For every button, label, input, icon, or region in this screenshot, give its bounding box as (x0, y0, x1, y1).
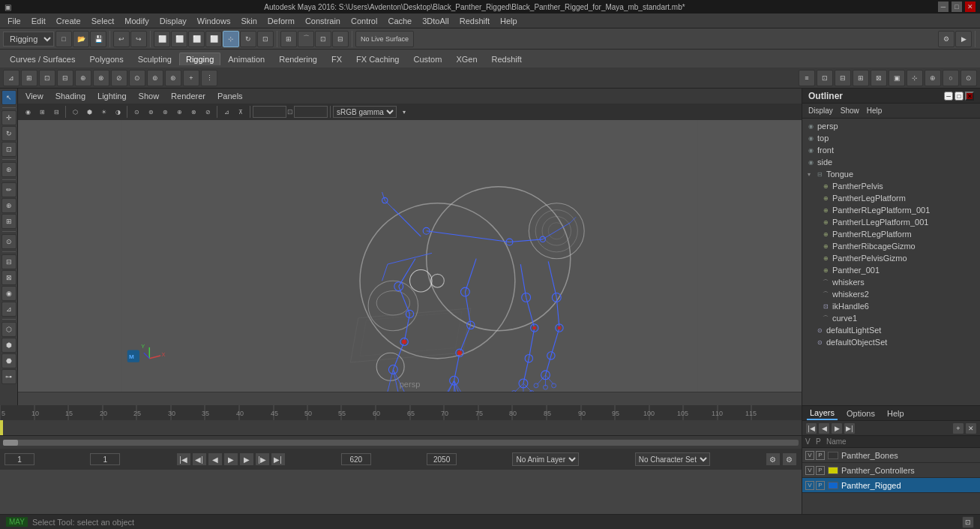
move-tool-btn[interactable]: ⊹ (223, 31, 239, 47)
select-tool-btn[interactable]: ⬜ (154, 31, 170, 47)
render-btn[interactable]: ▶ (955, 31, 972, 47)
vpt-xray-btn[interactable]: ⊚ (144, 105, 157, 119)
render-region-lt[interactable]: ⬡ (1, 322, 16, 337)
snap-point-btn[interactable]: ⊡ (315, 31, 331, 47)
outliner-close[interactable]: ✕ (965, 92, 974, 101)
shelf-icon-1[interactable]: ⊿ (3, 70, 19, 86)
outliner-menu-help[interactable]: Help (864, 106, 886, 116)
vpt-grid-btn[interactable]: ⊞ (35, 105, 49, 119)
shelf-icon-right-3[interactable]: ⊟ (835, 70, 851, 86)
close-button[interactable]: ✕ (965, 2, 976, 12)
camera-lt[interactable]: ◉ (1, 286, 16, 301)
lasso-tool-btn[interactable]: ⬜ (171, 31, 187, 47)
layer-panther-rigged[interactable]: V P Panther_Rigged (802, 478, 980, 493)
outliner-item-defaultobjset[interactable]: ⊙ defaultObjectSet (802, 336, 980, 348)
layers-first-btn[interactable]: |◀ (805, 422, 817, 434)
outliner-item-panther001[interactable]: ⊕ Panther_001 (802, 264, 980, 276)
shelf-icon-right-4[interactable]: ⊞ (853, 70, 869, 86)
layers-add-btn[interactable]: + (952, 422, 964, 434)
outliner-item-top[interactable]: ◉ top (802, 132, 980, 144)
shelf-icon-right-10[interactable]: ⊙ (961, 70, 977, 86)
layers-delete-btn[interactable]: ✕ (965, 422, 977, 434)
outliner-item-ribgizmo[interactable]: ⊕ PantherRibcageGizmo (802, 240, 980, 252)
vp-menu-panels[interactable]: Panels (214, 91, 246, 101)
status-right-btn[interactable]: ⊡ (962, 516, 974, 528)
layer-panther-bones[interactable]: V P Panther_Bones (802, 448, 980, 463)
menu-file[interactable]: File (3, 15, 25, 27)
outliner-item-persp[interactable]: ◉ persp (802, 120, 980, 132)
maximize-button[interactable]: □ (952, 2, 962, 12)
menu-display[interactable]: Display (155, 15, 191, 27)
layer-vis-bones[interactable]: V (805, 451, 814, 460)
shelf-icon-10[interactable]: ⊛ (165, 70, 181, 86)
shelf-icon-6[interactable]: ⊗ (93, 70, 109, 86)
char-set-select[interactable]: No Character Set (635, 452, 710, 466)
soft-mod-lt[interactable]: ⊛ (1, 162, 16, 177)
shelf-icon-3[interactable]: ⊡ (39, 70, 55, 86)
menu-modify[interactable]: Modify (120, 15, 153, 27)
outliner-item-rlegplat001[interactable]: ⊕ PantherRLegPlatform_001 (802, 204, 980, 216)
vpt-joints-btn[interactable]: ⊛ (158, 105, 172, 119)
layer-vis-ctrl[interactable]: V (805, 466, 814, 475)
paint-tool-btn[interactable]: ⬜ (188, 31, 205, 47)
vpt-lighting-btn[interactable]: ☀ (97, 105, 110, 119)
play-btn[interactable]: ▶ (223, 452, 238, 466)
tab-rigging[interactable]: Rigging (179, 53, 220, 65)
shelf-icon-4[interactable]: ⊟ (57, 70, 73, 86)
char-settings-btn[interactable]: ⚙ (782, 452, 797, 466)
menu-deform[interactable]: Deform (263, 15, 299, 27)
menu-control[interactable]: Control (346, 15, 382, 27)
vp-menu-renderer[interactable]: Renderer (168, 91, 208, 101)
shelf-icon-right-8[interactable]: ⊕ (925, 70, 941, 86)
vp-menu-shading[interactable]: Shading (52, 91, 88, 101)
outliner-item-curve1[interactable]: ⌒ curve1 (802, 312, 980, 324)
cloth-lt[interactable]: ⊞ (1, 214, 16, 229)
shelf-icon-right-7[interactable]: ⊹ (907, 70, 923, 86)
vpt-camera-btn[interactable]: ◉ (21, 105, 34, 119)
menu-help[interactable]: Help (496, 15, 522, 27)
vpt-colorspace-btn[interactable]: ▾ (397, 105, 411, 119)
select-tool-lt[interactable]: ↖ (1, 90, 16, 105)
shelf-icon-right-2[interactable]: ⊡ (817, 70, 833, 86)
outliner-menu-show[interactable]: Show (838, 106, 862, 116)
viewport[interactable]: View Shading Lighting Show Renderer Pane… (18, 89, 802, 405)
undo-btn[interactable]: ↩ (113, 31, 130, 47)
shelf-icon-9[interactable]: ⊚ (147, 70, 163, 86)
vpt-shadow-btn[interactable]: ◑ (111, 105, 124, 119)
tab-sculpting[interactable]: Sculpting (131, 53, 178, 65)
tab-fx[interactable]: FX (325, 53, 349, 65)
tab-xgen[interactable]: XGen (449, 53, 484, 65)
menu-3dtoall[interactable]: 3DtoAll (418, 15, 453, 27)
outliner-item-defaultlightset[interactable]: ⊙ defaultLightSet (802, 324, 980, 336)
current-frame-input[interactable] (90, 453, 120, 465)
save-file-btn[interactable]: 💾 (90, 31, 106, 47)
prev-keyframe-btn[interactable]: ◀| (192, 452, 207, 466)
tab-animation[interactable]: Animation (221, 53, 271, 65)
vpt-textured-btn[interactable]: ⬢ (82, 105, 96, 119)
outliner-item-rlegplat[interactable]: ⊕ PantherRLegPlatform (802, 228, 980, 240)
tab-fx-caching[interactable]: FX Caching (349, 53, 406, 65)
shelf-icon-11[interactable]: + (183, 70, 199, 86)
open-file-btn[interactable]: 📂 (73, 31, 89, 47)
layer-vis-rig[interactable]: V (805, 481, 814, 490)
vpt-nurbs-btn[interactable]: ⊗ (187, 105, 200, 119)
range-slider[interactable] (3, 440, 799, 446)
silhouette-lt[interactable]: ⬢ (1, 338, 16, 353)
no-live-surface-btn[interactable]: No Live Surface (355, 31, 414, 47)
layers-next-btn[interactable]: ▶ (831, 422, 843, 434)
vpt-scale-input[interactable]: 1.00 (294, 106, 328, 118)
rotate-tool-btn[interactable]: ↻ (240, 31, 256, 47)
outliner-minimize[interactable]: ─ (944, 92, 953, 101)
next-keyframe-btn[interactable]: |▶ (255, 452, 270, 466)
vpt-shaded-btn[interactable]: ⬡ (68, 105, 82, 119)
outliner-item-front[interactable]: ◉ front (802, 144, 980, 156)
goto-end-btn[interactable]: ▶| (271, 452, 286, 466)
start-frame-input[interactable] (4, 453, 34, 465)
outliner-item-pantherPelvis[interactable]: ⊕ PantherPelvis (802, 180, 980, 192)
end-frame-input[interactable] (341, 453, 371, 465)
snap-curve-btn[interactable]: ⌒ (298, 31, 314, 47)
outliner-menu-display[interactable]: Display (805, 106, 836, 116)
shelf-icon-8[interactable]: ⊙ (129, 70, 145, 86)
layers-last-btn[interactable]: ▶| (844, 422, 856, 434)
shelf-icon-12[interactable]: ⋮ (201, 70, 217, 86)
